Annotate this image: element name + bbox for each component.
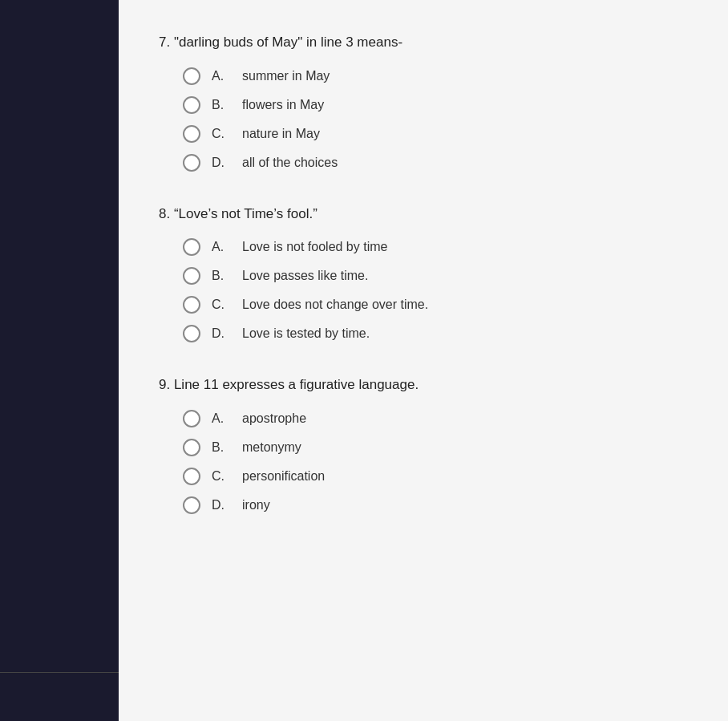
option-letter-1-2: B.: [212, 98, 228, 112]
radio-1-3[interactable]: [183, 125, 200, 143]
option-letter-2-1: A.: [212, 240, 228, 254]
options-list-1: A.summer in MayB.flowers in MayC.nature …: [159, 67, 688, 172]
option-letter-1-4: D.: [212, 156, 228, 170]
option-text-3-2: metonymy: [242, 440, 301, 455]
question-block-2: 8. “Love’s not Time’s fool.”A.Love is no…: [159, 204, 688, 343]
options-list-2: A.Love is not fooled by timeB.Love passe…: [159, 238, 688, 342]
sidebar-divider: [0, 672, 119, 673]
option-item-1-2[interactable]: B.flowers in May: [183, 96, 688, 114]
radio-2-1[interactable]: [183, 238, 200, 256]
option-item-1-4[interactable]: D.all of the choices: [183, 154, 688, 172]
option-item-1-1[interactable]: A.summer in May: [183, 67, 688, 85]
question-block-1: 7. "darling buds of May" in line 3 means…: [159, 32, 688, 172]
options-list-3: A.apostropheB.metonymyC.personificationD…: [159, 410, 688, 514]
option-item-3-2[interactable]: B.metonymy: [183, 439, 688, 456]
option-letter-3-2: B.: [212, 440, 228, 455]
radio-2-2[interactable]: [183, 267, 200, 285]
option-text-1-4: all of the choices: [242, 156, 338, 170]
sidebar-copy-label: [0, 683, 119, 699]
radio-3-2[interactable]: [183, 439, 200, 456]
option-item-3-4[interactable]: D.irony: [183, 496, 688, 514]
question-text-2: 8. “Love’s not Time’s fool.”: [159, 204, 688, 225]
radio-3-3[interactable]: [183, 468, 200, 485]
option-text-3-1: apostrophe: [242, 411, 306, 426]
option-item-3-1[interactable]: A.apostrophe: [183, 410, 688, 427]
option-text-2-1: Love is not fooled by time: [242, 240, 387, 254]
option-item-2-2[interactable]: B.Love passes like time.: [183, 267, 688, 285]
option-letter-2-4: D.: [212, 326, 228, 341]
radio-2-4[interactable]: [183, 325, 200, 342]
option-text-2-3: Love does not change over time.: [242, 298, 428, 312]
radio-3-4[interactable]: [183, 496, 200, 514]
option-text-1-1: summer in May: [242, 69, 330, 83]
option-text-2-4: Love is tested by time.: [242, 326, 370, 341]
option-text-3-3: personification: [242, 469, 325, 484]
sidebar-user-bio: [0, 702, 119, 705]
option-text-1-3: nature in May: [242, 127, 320, 141]
option-text-1-2: flowers in May: [242, 98, 324, 112]
radio-2-3[interactable]: [183, 296, 200, 314]
option-text-3-4: irony: [242, 498, 270, 512]
question-text-1: 7. "darling buds of May" in line 3 means…: [159, 32, 688, 53]
option-letter-3-4: D.: [212, 498, 228, 512]
radio-1-1[interactable]: [183, 67, 200, 85]
option-letter-2-3: C.: [212, 298, 228, 312]
option-text-2-2: Love passes like time.: [242, 269, 368, 283]
option-letter-3-3: C.: [212, 469, 228, 484]
option-item-2-3[interactable]: C.Love does not change over time.: [183, 296, 688, 314]
radio-3-1[interactable]: [183, 410, 200, 427]
question-block-3: 9. Line 11 expresses a figurative langua…: [159, 375, 688, 514]
radio-1-4[interactable]: [183, 154, 200, 172]
option-item-2-1[interactable]: A.Love is not fooled by time: [183, 238, 688, 256]
sidebar: [0, 0, 119, 721]
option-item-1-3[interactable]: C.nature in May: [183, 125, 688, 143]
option-letter-1-1: A.: [212, 69, 228, 83]
radio-1-2[interactable]: [183, 96, 200, 114]
option-item-3-3[interactable]: C.personification: [183, 468, 688, 485]
option-item-2-4[interactable]: D.Love is tested by time.: [183, 325, 688, 342]
main-content: 7. "darling buds of May" in line 3 means…: [119, 0, 728, 721]
option-letter-1-3: C.: [212, 127, 228, 141]
option-letter-3-1: A.: [212, 411, 228, 426]
option-letter-2-2: B.: [212, 269, 228, 283]
question-text-3: 9. Line 11 expresses a figurative langua…: [159, 375, 688, 395]
